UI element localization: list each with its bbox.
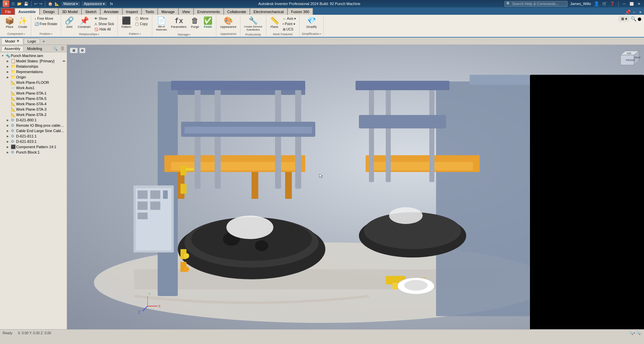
simplification-dropdown[interactable]: ▾: [320, 33, 321, 36]
create-derived-button[interactable]: 🔧 Create DerivedSubstitutes: [243, 16, 264, 32]
copy-button[interactable]: 📋 Copy: [133, 21, 150, 26]
tree-item-d621-800[interactable]: ▶ ⚙ D-621-800:1: [6, 117, 66, 123]
tree-item-component-pattern[interactable]: ▶ ⬛ Component Pattern 14:1: [6, 144, 66, 150]
ribbon-tab-fusion[interactable]: Fusion 360: [287, 8, 313, 15]
model-tab-close[interactable]: ✕: [16, 39, 19, 43]
manage-dropdown[interactable]: ▾: [189, 33, 191, 36]
position-dropdown[interactable]: ▾: [51, 33, 52, 36]
free-move-button[interactable]: ↕ Free Move: [33, 16, 59, 21]
quick-access-save2[interactable]: 💾: [24, 2, 29, 6]
user-name[interactable]: James_Willo: [570, 2, 591, 6]
ucs-button[interactable]: ⊞ UCS: [281, 27, 298, 32]
show-sick-button[interactable]: ⚠ Show Sick: [93, 21, 115, 26]
store-icon[interactable]: 🛒: [602, 1, 607, 6]
viewport-settings-btn[interactable]: ⚙: [79, 48, 86, 53]
ribbon-tab-inspect[interactable]: Inspect: [122, 8, 142, 15]
ribbon-tab-3dmodel[interactable]: 3D Model: [58, 8, 82, 15]
tree-item-cable-end[interactable]: ▶ ⚙ Cable End Large Sine Cable:10 (Unres…: [6, 128, 66, 133]
viewport-dropdown[interactable]: 🖥 ▾: [621, 17, 627, 21]
ribbon-minimize[interactable]: ─: [632, 10, 637, 14]
parameters-button[interactable]: fx Parameters: [169, 16, 189, 30]
component-dropdown[interactable]: ▾: [23, 33, 25, 36]
root-toggle[interactable]: ▼: [1, 54, 5, 57]
tab-model[interactable]: Model ✕: [1, 38, 23, 44]
viewport[interactable]: X Y Z FRONT RIGHT TOP: [67, 45, 644, 329]
add-tab-button[interactable]: +: [41, 38, 47, 44]
bom-button[interactable]: 📄 Bill ofMaterials: [154, 16, 168, 32]
ribbon-tab-design[interactable]: Design: [40, 8, 58, 15]
pin-icon[interactable]: 📌: [625, 9, 631, 15]
tree-item-d621-823[interactable]: ▶ ⚙ D-621-823:1: [6, 139, 66, 144]
tree-item-workplane-sta2[interactable]: ▶ 📐 Work Plane-STA-2: [6, 112, 66, 117]
ribbon-tab-sketch[interactable]: Sketch: [82, 8, 100, 15]
show-button[interactable]: 👁 Show: [93, 16, 115, 21]
zoom-controls[interactable]: 🔍+ 🔍-: [629, 331, 641, 335]
tree-item-model-states[interactable]: ▶ 📋 Model States: [Primary] ✏: [6, 58, 66, 64]
finish-button[interactable]: ✅ Finish: [202, 16, 214, 30]
fx-btn[interactable]: fx: [109, 2, 114, 6]
account-icon[interactable]: 👤: [594, 1, 599, 6]
constrain-button[interactable]: 📌 Constrain: [76, 16, 93, 30]
ribbon-tab-annotate[interactable]: Annotate: [100, 8, 122, 15]
mirror-button[interactable]: 🪞 Mirror: [133, 16, 150, 21]
restore-button[interactable]: ⬜: [629, 1, 634, 6]
appearance-dropdown[interactable]: Appearance ▾: [82, 2, 107, 6]
settings-panel-icon[interactable]: ☰: [59, 46, 65, 52]
axis-button[interactable]: ↔ Axis ▾: [281, 16, 298, 21]
tree-item-workplane-sta1[interactable]: ▶ 📐 Work Plane-STA-1: [6, 91, 66, 96]
joint-button[interactable]: 🔗 Joint: [63, 16, 75, 30]
plane-button[interactable]: 📏 Plane: [268, 16, 281, 30]
ribbon-tab-collaborate[interactable]: Collaborate: [224, 8, 250, 15]
free-rotate-button[interactable]: 🔄 Free Rotate: [33, 21, 59, 26]
minimize-button[interactable]: ─: [622, 1, 627, 6]
search-ribbon-icon[interactable]: 🔍: [631, 16, 636, 21]
ribbon-tab-tools[interactable]: Tools: [142, 8, 158, 15]
toggle[interactable]: ▶: [7, 60, 11, 63]
simplify-button[interactable]: 💎 Simplify: [305, 16, 319, 30]
tree-item-remote-io[interactable]: ▶ ⚙ Remote IO Blog prox cables 101:1 (Un…: [6, 123, 66, 128]
place-button[interactable]: 📦 Place: [3, 16, 16, 30]
tab-logic[interactable]: Logic: [24, 38, 40, 44]
quick-access-undo[interactable]: ↩: [34, 2, 37, 6]
pattern-dropdown[interactable]: ▾: [140, 33, 141, 36]
tree-item-workplane-floor[interactable]: ▶ 📐 Work Plane-FLOOR: [6, 80, 66, 85]
quick-access-open[interactable]: 📂: [17, 2, 22, 6]
point-button[interactable]: • Point ▾: [281, 21, 298, 26]
quick-access-save[interactable]: 🗋: [11, 2, 15, 6]
ribbon-tab-view[interactable]: View: [178, 8, 194, 15]
edit-icon[interactable]: ✏: [63, 59, 65, 63]
hide-all-button[interactable]: 🚫 Hide All: [93, 27, 115, 32]
tree-item-workplane-sta4[interactable]: ▶ 📐 Work Plane-STA-4: [6, 101, 66, 107]
quick-access-home[interactable]: 🏠: [48, 2, 53, 6]
tree-item-relationships[interactable]: ▶ 📁 Relationships: [6, 64, 66, 69]
tree-item-workplane-sta5[interactable]: ▶ 📐 Work Plane-STA-5: [6, 96, 66, 101]
search-box[interactable]: 🔍: [504, 1, 568, 7]
search-panel-icon[interactable]: 🔍: [52, 46, 58, 52]
tree-item-d621-811[interactable]: ▶ ⚙ D-621-811:1: [6, 133, 66, 139]
help-icon[interactable]: ❓: [610, 1, 615, 6]
viewport-view-btn[interactable]: 🖥: [70, 48, 78, 53]
app-logo[interactable]: A: [3, 0, 9, 7]
relationships-dropdown[interactable]: ▾: [98, 33, 99, 36]
ribbon-tab-manage[interactable]: Manage: [158, 8, 178, 15]
tree-item-punch-block[interactable]: ▶ ⚙ Punch Block:1: [6, 150, 66, 155]
ribbon-tab-environments[interactable]: Environments: [194, 8, 223, 15]
pattern-button[interactable]: ⬛ Pattern: [120, 16, 133, 30]
expand-icon[interactable]: ⬤: [638, 17, 641, 21]
purge-button[interactable]: 🗑 Purge: [189, 16, 201, 30]
tree-root[interactable]: ▼ 🔩 Punch Machine.iam: [1, 53, 66, 58]
tree-item-origin[interactable]: ▶ 📁 Origin: [6, 74, 66, 80]
ribbon-tab-electromech[interactable]: Electromechanical: [250, 8, 287, 15]
material-dropdown[interactable]: Material ▾: [61, 2, 80, 6]
ribbon-tab-assemble[interactable]: Assemble: [15, 8, 40, 15]
assembly-tab[interactable]: Assembly: [1, 46, 23, 51]
quick-access-model[interactable]: 📐: [55, 2, 59, 6]
ribbon-close[interactable]: ✕: [638, 10, 643, 14]
viewcube[interactable]: FRONT RIGHT TOP: [614, 48, 641, 72]
tree-item-representations[interactable]: ▶ 📁 Representations: [6, 69, 66, 74]
appearance-button[interactable]: 🎨 Appearance: [218, 16, 238, 30]
search-input[interactable]: [512, 2, 566, 6]
quick-access-redo[interactable]: ↪: [39, 2, 42, 6]
create-button[interactable]: ✨ Create: [16, 16, 29, 30]
modeling-tab[interactable]: Modeling: [24, 46, 45, 51]
